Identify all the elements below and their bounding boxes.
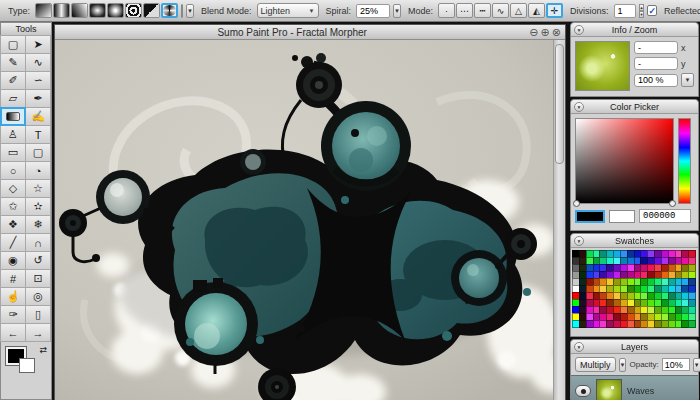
hue-slider[interactable] <box>678 118 691 204</box>
mode-cross-button[interactable]: ✛ <box>546 3 563 18</box>
info-zoom-header[interactable]: ▼ Info / Zoom <box>571 23 698 37</box>
layers-header[interactable]: ▼ Layers <box>571 340 698 354</box>
rectangle-shape-tool[interactable]: ▭ <box>0 143 26 162</box>
rectangular-select-tool[interactable]: ▢ <box>0 35 26 54</box>
gradient-type-reflected[interactable] <box>53 3 70 18</box>
brush-tool[interactable]: ✐ <box>0 71 26 90</box>
collapse-panel-icon[interactable]: ▼ <box>574 236 584 246</box>
ink-brush-tool[interactable]: ✒ <box>25 89 51 108</box>
layer-blend-mode-select[interactable]: Multiply <box>575 357 616 372</box>
polygon-shape-tool[interactable]: ◇ <box>0 179 26 198</box>
step-down-icon[interactable]: ▼ <box>639 11 645 18</box>
lasso-tool[interactable]: ∿ <box>25 53 51 72</box>
pie-shape-tool[interactable]: ◔ <box>25 161 51 180</box>
layers-panel: ▼ Layers Multiply ▼ Opacity: ▼ Waves <box>570 339 699 400</box>
far-left-speaker <box>59 209 87 237</box>
picker-foreground-swatch[interactable] <box>575 210 605 223</box>
y-coordinate-field[interactable] <box>634 57 678 70</box>
gradient-type-spiral[interactable] <box>161 3 178 18</box>
star-shape-tool[interactable]: ☆ <box>25 179 51 198</box>
gradient-type-circle[interactable] <box>125 3 142 18</box>
pen-tool[interactable]: ✎ <box>0 53 26 72</box>
mode-points-button[interactable]: · <box>438 3 455 18</box>
clone-stamp-tool[interactable]: ♙ <box>0 125 26 144</box>
gradient-type-diagonal[interactable] <box>71 3 88 18</box>
paint-bucket-tool[interactable]: ▯ <box>25 305 51 324</box>
ellipse-shape-tool[interactable]: ○ <box>0 161 26 180</box>
mode-dash-dot-button[interactable]: ⋯ <box>456 3 473 18</box>
opacity-dropdown-arrow-icon[interactable]: ▼ <box>693 358 700 372</box>
gradient-preview[interactable] <box>181 4 183 18</box>
color-picker-header[interactable]: ▼ Color Picker <box>571 100 698 114</box>
star-rounded-shape-tool[interactable]: ✩ <box>0 197 26 216</box>
text-tool[interactable]: T <box>25 125 51 144</box>
collapse-panel-icon[interactable]: ▼ <box>574 25 584 35</box>
move-tool[interactable]: ➤ <box>25 35 51 54</box>
mode-triangle-outline-button[interactable]: △ <box>510 3 527 18</box>
gradient-type-linear[interactable] <box>35 3 52 18</box>
spiral-dropdown-arrow-icon[interactable]: ▼ <box>393 4 401 18</box>
hand-tool[interactable]: ☝ <box>0 287 26 306</box>
zoom-level-field[interactable] <box>634 74 678 87</box>
gradient-type-cone[interactable] <box>143 3 160 18</box>
line-tool[interactable]: ╱ <box>0 233 26 252</box>
finger-tool[interactable]: ✍ <box>25 107 51 126</box>
redo-tool[interactable]: → <box>25 323 51 342</box>
background-color-chip[interactable] <box>19 358 35 373</box>
twirl-tool[interactable]: ↺ <box>25 251 51 270</box>
picker-background-swatch[interactable] <box>609 210 635 223</box>
zoom-tool[interactable]: ◎ <box>25 287 51 306</box>
scrollbar-thumb[interactable] <box>555 44 564 164</box>
gradient-tool[interactable] <box>0 107 26 126</box>
document-titlebar[interactable]: Sumo Paint Pro - Fractal Morpher ⊖ ⊕ ⊗ <box>55 25 565 40</box>
divisions-input[interactable] <box>614 4 636 18</box>
layer-row[interactable]: Waves <box>571 375 698 400</box>
fractal-artwork[interactable] <box>55 40 554 400</box>
blend-mode-select[interactable]: Lighten ▼ <box>257 3 319 18</box>
right-small-speaker <box>505 228 537 260</box>
star-outline-shape-tool[interactable]: ✫ <box>25 197 51 216</box>
smudge-curve-tool[interactable]: ∽ <box>25 71 51 90</box>
document-title: Sumo Paint Pro - Fractal Morpher <box>55 27 529 38</box>
collapse-panel-icon[interactable]: ▼ <box>574 102 584 112</box>
opacity-field[interactable] <box>662 358 690 371</box>
close-window-icon[interactable]: ⊗ <box>552 27 561 38</box>
undo-tool[interactable]: ← <box>0 323 26 342</box>
left-gray-circle <box>96 170 150 224</box>
picker-handle-left[interactable] <box>573 200 580 207</box>
mode-triangle-solid-button[interactable]: ◭ <box>528 3 545 18</box>
spiral-input[interactable] <box>356 4 390 18</box>
gradient-type-radial[interactable] <box>107 3 124 18</box>
canvas-vertical-scrollbar[interactable] <box>553 40 565 400</box>
curve-tool[interactable]: ∩ <box>25 233 51 252</box>
swatches-header[interactable]: ▼ Swatches <box>571 234 698 248</box>
zoom-dropdown-arrow-icon[interactable]: ▼ <box>681 73 694 87</box>
zoom-thumbnail[interactable] <box>575 41 630 91</box>
saturation-brightness-square[interactable] <box>575 118 674 204</box>
blend-mode-dropdown-arrow-icon[interactable]: ▼ <box>619 358 627 372</box>
rounded-rectangle-shape-tool[interactable]: ▢ <box>25 143 51 162</box>
divisions-stepper[interactable]: ▲▼ <box>639 4 645 18</box>
x-coordinate-field[interactable] <box>634 41 678 54</box>
hex-color-field[interactable] <box>639 209 691 223</box>
minimize-window-icon[interactable]: ⊖ <box>529 27 538 38</box>
collapse-panel-icon[interactable]: ▼ <box>574 342 584 352</box>
layer-visibility-eye-icon[interactable] <box>575 385 591 397</box>
mode-dash-line-button[interactable]: ┅ <box>474 3 491 18</box>
reflected-checkbox[interactable]: ✓ <box>647 5 657 16</box>
gradient-type-square[interactable] <box>89 3 106 18</box>
crop-tool[interactable]: # <box>0 269 26 288</box>
eyedropper-tool[interactable]: ✑ <box>0 305 26 324</box>
custom-shape-tool[interactable]: ❖ <box>0 215 26 234</box>
swap-colors-icon[interactable]: ⇄ <box>39 345 47 355</box>
swatch-cell[interactable] <box>688 320 696 328</box>
picker-handle-right[interactable] <box>669 200 676 207</box>
step-up-icon[interactable]: ▲ <box>639 4 645 11</box>
eraser-tool[interactable]: ▱ <box>0 89 26 108</box>
symmetry-tool[interactable]: ❄ <box>25 215 51 234</box>
maximize-window-icon[interactable]: ⊕ <box>541 27 550 38</box>
gradient-preview-dropdown-arrow-icon[interactable]: ▼ <box>186 4 194 18</box>
blur-tool[interactable]: ◉ <box>0 251 26 270</box>
canvas-size-tool[interactable]: ⊡ <box>25 269 51 288</box>
mode-zigzag-button[interactable]: ∿ <box>492 3 509 18</box>
